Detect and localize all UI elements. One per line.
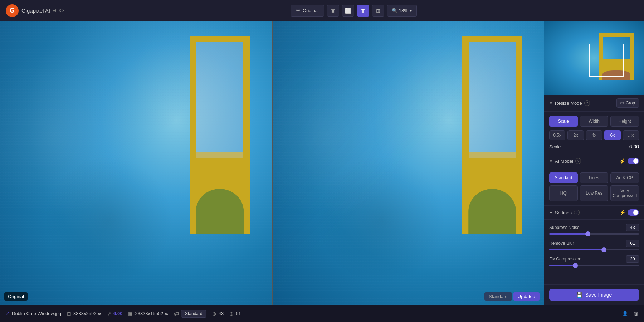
view-split-vert-icon: ⬜ <box>345 8 351 14</box>
scale-6x-button[interactable]: 6x <box>604 130 620 140</box>
blur-icon: ⊕ <box>229 311 234 317</box>
suppress-noise-thumb[interactable] <box>585 231 590 236</box>
mode-width-button[interactable]: Width <box>580 116 609 127</box>
settings-toggle-knob <box>633 210 638 215</box>
ai-model-title: AI Model <box>555 158 573 164</box>
crop-icon: ✂ <box>620 101 624 106</box>
win-box <box>190 158 250 234</box>
zoom-icon: 🔍 <box>392 8 397 13</box>
resize-mode-content: Scale Width Height 0.5x 2x 4x 6x ...x Sc… <box>544 112 644 154</box>
original-size-item: ⊞ 3888x2592px <box>67 311 101 317</box>
fix-compression-label: Fix Compression <box>549 257 581 262</box>
scale-4x-button[interactable]: 4x <box>586 130 602 140</box>
ai-model-chevron-icon: ▼ <box>549 159 553 163</box>
view-quad-button[interactable]: ⊞ <box>372 5 384 17</box>
mode-row: Scale Width Height <box>549 116 639 127</box>
model-standard-button[interactable]: Standard <box>549 172 578 183</box>
topbar: G Gigapixel AI v6.3.3 👁 Original ▣ ⬜ ▥ ⊞… <box>0 0 644 21</box>
ai-lightning-icon: ⚡ <box>619 158 625 164</box>
thumbnail-area <box>544 21 644 95</box>
view-split-vert-button[interactable]: ⬜ <box>342 5 354 17</box>
user-icon: 👤 <box>622 311 628 316</box>
mode-scale-button[interactable]: Scale <box>549 116 578 127</box>
remove-blur-label-row: Remove Blur 61 <box>549 240 639 247</box>
fix-compression-fill <box>549 265 575 266</box>
fix-compression-row: Fix Compression 29 <box>549 255 639 266</box>
ai-model-toggle[interactable] <box>628 158 639 164</box>
ai-model-toggle-knob <box>633 158 638 164</box>
win-border-top <box>190 36 250 42</box>
remove-blur-fill <box>549 249 604 250</box>
scale-2x-button[interactable]: 2x <box>567 130 584 140</box>
fix-compression-track[interactable] <box>549 265 639 266</box>
scale-05x-button[interactable]: 0.5x <box>549 130 565 140</box>
win-border-top-r <box>462 36 522 42</box>
remove-blur-thumb[interactable] <box>601 247 606 252</box>
image-area: Original <box>0 21 544 305</box>
noise-icon: ⊕ <box>212 311 216 317</box>
win-flowers-r <box>468 189 516 234</box>
remove-blur-label: Remove Blur <box>549 241 574 246</box>
zoom-button[interactable]: 🔍 18% ▾ <box>387 5 417 17</box>
mode-height-button[interactable]: Height <box>610 116 639 127</box>
app-name: Gigapixel AI <box>21 8 50 14</box>
model-row2: HQ Low Res Very Compressed <box>549 185 639 201</box>
model-item: 🏷 Standard <box>174 310 206 318</box>
chevron-down-icon: ▾ <box>410 8 412 13</box>
fix-compression-thumb[interactable] <box>573 263 578 268</box>
model-artcg-button[interactable]: Art & CG <box>610 172 639 183</box>
blur-item: ⊕ 61 <box>229 311 241 317</box>
scale-row: 0.5x 2x 4x 6x ...x <box>549 130 639 140</box>
settings-help-icon[interactable]: ? <box>574 210 580 215</box>
filename-item: ✓ Dublin Cafe Window.jpg <box>6 311 61 316</box>
original-image <box>0 21 272 305</box>
filename-text: Dublin Cafe Window.jpg <box>12 311 61 316</box>
window-frame <box>190 36 250 234</box>
view-quad-icon: ⊞ <box>376 8 380 14</box>
updated-label: Updated <box>513 292 540 301</box>
original-button[interactable]: 👁 Original <box>291 5 324 17</box>
eye-icon: 👁 <box>296 8 301 13</box>
resize-mode-help-icon[interactable]: ? <box>584 100 590 106</box>
remove-blur-value: 61 <box>626 240 639 247</box>
right-settings-panel: ▼ Resize Mode ? ✂ Crop Scale Width Heigh… <box>544 21 644 305</box>
save-image-button[interactable]: 💾 Save Image <box>549 289 639 301</box>
ai-model-help-icon[interactable]: ? <box>575 158 581 164</box>
model-lines-button[interactable]: Lines <box>580 172 609 183</box>
crop-button[interactable]: ✂ Crop <box>616 98 639 108</box>
settings-toggle[interactable] <box>628 209 639 216</box>
output-size-item: ▣ 23328x15552px <box>128 311 168 317</box>
fix-compression-value: 29 <box>626 255 639 263</box>
user-icon-item[interactable]: 👤 <box>622 311 628 316</box>
ai-model-header[interactable]: ▼ AI Model ? ⚡ <box>544 154 644 168</box>
ai-model-content: Standard Lines Art & CG HQ Low Res Very … <box>544 168 644 206</box>
view-split-horiz-button[interactable]: ▥ <box>357 5 369 17</box>
thumbnail-nav-rect[interactable] <box>589 44 624 77</box>
standard-label: Standard <box>484 292 512 301</box>
win-box-r <box>462 158 522 234</box>
scale-custom-button[interactable]: ...x <box>623 130 639 140</box>
settings-title: Settings <box>555 210 572 215</box>
scale-text: 6.00 <box>113 311 122 316</box>
model-verycompressed-button[interactable]: Very Compressed <box>610 185 639 201</box>
window-frame-right <box>462 36 522 234</box>
scale-icon: ⤢ <box>107 311 111 317</box>
view-split-horiz-icon: ▥ <box>361 8 365 14</box>
resize-mode-header[interactable]: ▼ Resize Mode ? ✂ Crop <box>544 95 644 112</box>
scale-value: 6.00 <box>629 144 639 150</box>
win-glass-r <box>469 42 516 159</box>
model-hq-button[interactable]: HQ <box>549 185 578 201</box>
tw-border-top <box>599 33 634 37</box>
remove-blur-track[interactable] <box>549 249 639 250</box>
delete-icon-item[interactable]: 🗑 <box>634 311 638 316</box>
bottom-bar: ✓ Dublin Cafe Window.jpg ⊞ 3888x2592px ⤢… <box>0 305 644 322</box>
model-lowres-button[interactable]: Low Res <box>580 185 609 201</box>
suppress-noise-track[interactable] <box>549 233 639 235</box>
scale-value-row: Scale 6.00 <box>549 144 639 150</box>
view-single-button[interactable]: ▣ <box>327 5 339 17</box>
settings-header[interactable]: ▼ Settings ? ⚡ <box>544 206 644 220</box>
logo-area: G Gigapixel AI v6.3.3 <box>6 4 65 17</box>
win-flowers <box>196 189 244 234</box>
remove-blur-row: Remove Blur 61 <box>549 240 639 250</box>
model-row1: Standard Lines Art & CG <box>549 172 639 183</box>
